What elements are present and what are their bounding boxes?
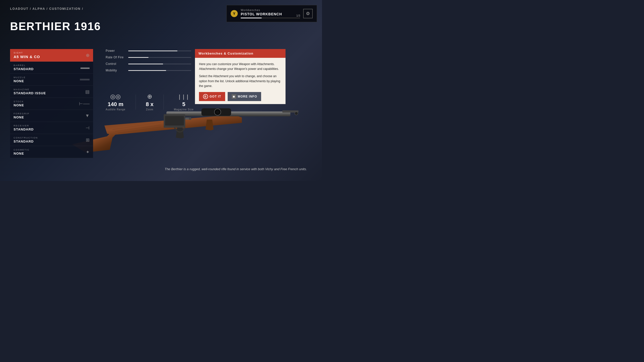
spec-divider-2 (164, 95, 164, 110)
slot-muzzle[interactable]: MUZZLE NONE ═══ (10, 74, 93, 86)
stat-power-fill (128, 51, 177, 51)
info-card-text: Here you can customize your Weapon with … (199, 62, 281, 88)
stat-rof: Rate Of Fire (106, 56, 191, 59)
breadcrumb: LOADOUT / ALPHA / CUSTOMIZATION / (10, 7, 83, 11)
spec-mag-value: 5 (174, 101, 194, 108)
got-it-label: GOT IT (210, 95, 221, 98)
slot-construction-label: CONSTRUCTION (14, 137, 38, 139)
slot-foregrip-text: FOREGRIP NONE (14, 112, 29, 119)
weapon-specs: ◎◎ 140 m Audible Range ⊕ 8 x Zoom | | | … (106, 93, 194, 111)
stat-rof-bar (128, 57, 191, 58)
slot-barrel-label: BARREL (14, 64, 34, 67)
workbench-name: PISTOL WORKBENCH (241, 12, 300, 16)
slot-cosmetic-label: COSMETIC (14, 149, 30, 151)
foregrip-icon: ▼ (85, 113, 90, 118)
stat-mobility-bar (128, 70, 191, 71)
slot-cosmetic-name: NONE (14, 152, 30, 155)
stat-mobility: Mobility (106, 69, 191, 72)
spec-divider-1 (136, 95, 136, 110)
slot-stock-label: STOCK (14, 100, 24, 103)
slot-receiver[interactable]: RECEIVER STANDARD ⊣ (10, 122, 93, 134)
stat-control: Control (106, 62, 191, 66)
spec-mag-label: Magazine Size (174, 108, 194, 111)
slot-construction-name: STANDARD (14, 140, 38, 143)
slot-barrel[interactable]: BARREL STANDARD ▬▬ (10, 62, 93, 74)
slot-stock-name: NONE (14, 103, 24, 107)
slot-magazine[interactable]: MAGAZINE STANDARD ISSUE ▤ (10, 86, 93, 98)
slot-cosmetic[interactable]: COSMETIC NONE ✦ (10, 146, 93, 158)
slot-magazine-name: STANDARD ISSUE (14, 91, 46, 95)
slot-muzzle-text: MUZZLE NONE (14, 76, 26, 83)
got-it-button[interactable]: B GOT IT (199, 92, 225, 101)
y-button[interactable]: Y (231, 10, 238, 17)
slot-foregrip[interactable]: FOREGRIP NONE ▼ (10, 110, 93, 122)
spec-zoom-value: 8 x (146, 101, 154, 108)
stat-mobility-fill (128, 70, 166, 71)
slot-receiver-text: RECEIVER STANDARD (14, 124, 34, 131)
sight-icon: ⊕ (86, 53, 90, 58)
workbench-progress-fill (241, 18, 262, 18)
slot-stock-text: STOCK NONE (14, 100, 24, 107)
cosmetic-icon: ✦ (86, 149, 90, 155)
b-button-icon: B (203, 94, 208, 99)
audible-range-icon: ◎◎ (106, 93, 126, 100)
spec-zoom: ⊕ 8 x Zoom (146, 93, 154, 111)
stat-control-bar (128, 64, 191, 64)
slot-muzzle-name: NONE (14, 79, 26, 83)
more-info-label: MORE INFO (238, 95, 257, 98)
info-card: Workbenches & Customization Here you can… (195, 49, 286, 104)
info-card-para-2: Select the Attachment you wish to change… (199, 74, 281, 88)
info-card-para-1: Here you can customize your Weapon with … (199, 62, 281, 71)
stat-power: Power (106, 49, 191, 53)
slot-barrel-name: STANDARD (14, 67, 34, 71)
workbench-progress-bar: 1/3 (241, 18, 300, 18)
stock-icon: ⊢── (79, 101, 90, 107)
slot-sight-text: SIGHT A5 WIN & CO (14, 52, 40, 59)
stat-mobility-label: Mobility (106, 69, 128, 72)
slot-magazine-text: MAGAZINE STANDARD ISSUE (14, 88, 46, 95)
spec-magazine: | | | 5 Magazine Size (174, 94, 194, 111)
magazine-icon: ▤ (85, 89, 90, 95)
workbench-info: Workbenches PISTOL WORKBENCH 1/3 (241, 9, 300, 18)
slot-foregrip-name: NONE (14, 115, 29, 119)
slot-construction-text: CONSTRUCTION STANDARD (14, 137, 38, 143)
gear-icon[interactable]: ⚙ (303, 9, 313, 18)
slot-receiver-name: STANDARD (14, 127, 34, 131)
receiver-icon: ⊣ (86, 125, 90, 131)
slot-magazine-label: MAGAZINE (14, 88, 46, 91)
attachment-slots-panel: SIGHT A5 WIN & CO ⊕ BARREL STANDARD ▬▬ M… (10, 49, 93, 158)
slot-sight[interactable]: SIGHT A5 WIN & CO ⊕ (10, 49, 93, 62)
barrel-icon: ▬▬ (80, 65, 90, 70)
spec-range-label: Audible Range (106, 108, 126, 111)
slot-construction[interactable]: CONSTRUCTION STANDARD ⊞ (10, 134, 93, 146)
info-card-actions: B GOT IT ▣ MORE INFO (199, 92, 281, 101)
slot-receiver-label: RECEIVER (14, 124, 34, 127)
stat-power-bar (128, 51, 191, 51)
stats-panel: Power Rate Of Fire Control Mobility (106, 49, 191, 75)
stat-control-fill (128, 64, 163, 64)
slot-muzzle-label: MUZZLE (14, 76, 26, 79)
muzzle-icon: ═══ (80, 77, 90, 82)
stat-power-label: Power (106, 49, 128, 53)
stat-rof-label: Rate Of Fire (106, 56, 128, 59)
more-info-icon: ▣ (232, 94, 236, 99)
weapon-title: BERTHIER 1916 (10, 20, 101, 33)
magazine-size-icon: | | | (174, 94, 194, 100)
slot-sight-label: SIGHT (14, 52, 40, 54)
zoom-icon: ⊕ (146, 93, 154, 100)
workbench-label: Workbenches (241, 9, 300, 12)
slot-foregrip-label: FOREGRIP (14, 112, 29, 115)
workbench-count: 1/3 (296, 14, 300, 17)
slot-stock[interactable]: STOCK NONE ⊢── (10, 98, 93, 110)
info-card-header: Workbenches & Customization (195, 49, 286, 58)
slot-cosmetic-text: COSMETIC NONE (14, 149, 30, 155)
slot-sight-name: A5 WIN & CO (14, 55, 40, 59)
more-info-button[interactable]: ▣ MORE INFO (228, 92, 261, 101)
spec-range-value: 140 m (106, 101, 126, 108)
construction-icon: ⊞ (86, 137, 90, 143)
workbench-panel: Y Workbenches PISTOL WORKBENCH 1/3 ⚙ (226, 5, 317, 22)
spec-zoom-label: Zoom (146, 108, 154, 111)
spec-audible-range: ◎◎ 140 m Audible Range (106, 93, 126, 111)
weapon-description: The Berthier is a rugged, well-rounded r… (165, 167, 307, 171)
slot-barrel-text: BARREL STANDARD (14, 64, 34, 71)
